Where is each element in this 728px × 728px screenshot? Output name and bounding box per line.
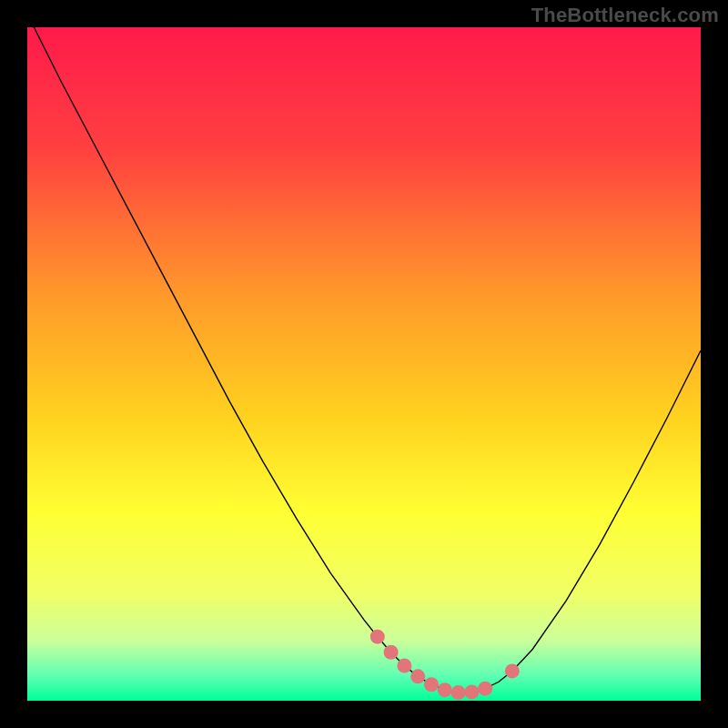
- marker-dot: [384, 645, 399, 660]
- chart-frame: TheBottleneck.com: [0, 0, 728, 728]
- marker-dot: [410, 669, 425, 683]
- marker-dot: [397, 659, 411, 673]
- marker-dot: [478, 682, 492, 696]
- plot-background: [27, 27, 701, 701]
- marker-dot: [505, 663, 520, 678]
- marker-dot: [438, 682, 452, 697]
- watermark-text: TheBottleneck.com: [531, 4, 719, 27]
- bottleneck-chart: [0, 0, 728, 728]
- marker-dot: [451, 685, 466, 700]
- marker-dot: [464, 684, 479, 699]
- marker-dot: [370, 630, 385, 644]
- marker-dot: [424, 677, 439, 692]
